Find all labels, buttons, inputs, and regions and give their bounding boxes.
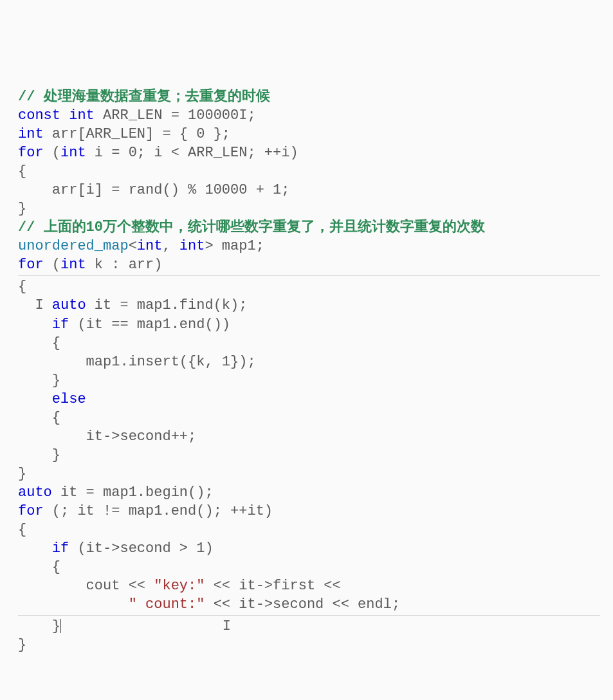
text — [18, 596, 129, 612]
comment-line: // 上面的10万个整数中，统计哪些数字重复了，并且统计数字重复的次数 — [18, 219, 485, 235]
brace: } — [18, 466, 26, 482]
kw-for: for — [18, 503, 44, 519]
text: it = map1.begin(); — [52, 484, 214, 501]
code-block: // 处理海量数据查重复；去重复的时候 const int ARR_LEN = … — [18, 88, 600, 654]
brace: } — [18, 447, 60, 463]
kw-if: if — [52, 317, 69, 333]
brace: { — [18, 163, 26, 180]
text-caret: I — [239, 107, 247, 124]
text: k : arr) — [86, 257, 163, 273]
text: > map1; — [205, 238, 264, 254]
kw-for: for — [18, 145, 44, 161]
text: (it == map1.end()) — [69, 317, 230, 333]
text — [18, 297, 35, 313]
kw-for: for — [18, 257, 44, 273]
divider — [18, 615, 600, 616]
brace: { — [18, 279, 26, 295]
text: arr[i] = rand() % 10000 + 1; — [18, 182, 289, 198]
brace: { — [18, 522, 26, 538]
text: ; — [247, 107, 255, 124]
text: < — [129, 238, 137, 254]
kw-int: int — [60, 257, 86, 273]
comment-line: // 处理海量数据查重复；去重复的时候 — [18, 89, 270, 105]
text: ARR_LEN = 100000 — [95, 107, 239, 124]
kw-int: int — [18, 126, 44, 142]
brace: } — [18, 618, 60, 634]
string-literal: " count:" — [129, 596, 205, 612]
kw-auto: auto — [18, 484, 52, 501]
text: it = map1.find(k); — [86, 297, 248, 313]
text-caret: I — [35, 297, 43, 313]
text: (it->second > 1) — [69, 540, 213, 557]
text — [18, 317, 52, 333]
kw-int: int — [137, 238, 163, 254]
kw-const: const — [18, 107, 60, 124]
text: << it->second << endl; — [205, 596, 400, 612]
type-unordered-map: unordered_map — [18, 238, 129, 254]
kw-int: int — [60, 145, 86, 161]
text: cout << — [18, 578, 154, 594]
text-caret: I — [223, 618, 231, 634]
kw-auto: auto — [52, 297, 86, 313]
text: arr[ARR_LEN] = { 0 }; — [44, 126, 230, 142]
text: i = 0; i < ARR_LEN; ++i) — [86, 145, 298, 161]
brace: } — [18, 373, 60, 389]
text — [18, 391, 52, 407]
kw-int: int — [69, 107, 95, 124]
divider — [18, 275, 600, 276]
brace: } — [18, 201, 26, 217]
text: it->second++; — [18, 428, 196, 445]
kw-int: int — [179, 238, 205, 254]
brace: } — [18, 637, 26, 653]
text: ( — [44, 145, 60, 161]
text: map1.insert({k, 1}); — [18, 354, 256, 370]
kw-else: else — [52, 391, 86, 407]
string-literal: "key:" — [154, 578, 205, 594]
text: , — [162, 238, 179, 254]
brace: { — [18, 335, 60, 351]
brace: { — [18, 559, 60, 575]
text: << it->first << — [205, 578, 340, 594]
kw-if: if — [52, 540, 69, 557]
text: (; it != map1.end(); ++it) — [44, 503, 273, 519]
text: ( — [44, 257, 60, 273]
text-cursor — [60, 619, 61, 633]
brace: { — [18, 410, 60, 426]
text — [18, 540, 52, 557]
